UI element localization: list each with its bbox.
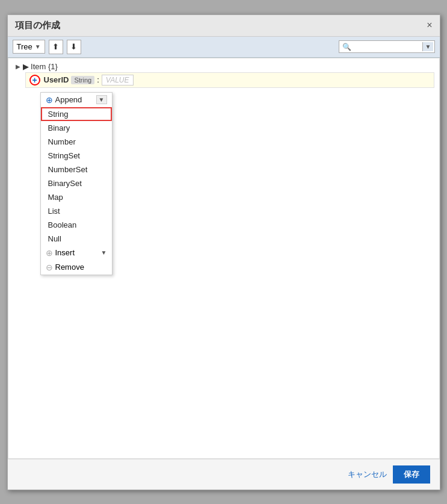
content-area: ▶ ▶ Item {1} + UserID String : VALUE ⊕ A… [8, 58, 440, 459]
append-plus-icon: ⊕ [46, 95, 53, 105]
tree-dropdown[interactable]: Tree ▼ [13, 40, 45, 54]
insert-label: Insert [55, 248, 75, 257]
search-input[interactable] [354, 43, 420, 51]
field-type-badge: String [71, 76, 94, 84]
type-binaryset-item[interactable]: BinarySet [41, 176, 112, 190]
insert-arrow-icon[interactable]: ▼ [101, 249, 107, 256]
search-icon: 🔍 [342, 43, 351, 51]
remove-row[interactable]: ⊖ Remove [41, 260, 112, 275]
remove-icon: ⊖ [46, 263, 53, 272]
append-label: Append [55, 95, 82, 104]
append-row[interactable]: ⊕ Append ▼ [41, 93, 112, 107]
search-options-button[interactable]: ▼ [422, 42, 434, 51]
toolbar: Tree ▼ ⬆ ⬇ 🔍 ▼ [8, 37, 440, 58]
up-arrow-icon: ⬆ [52, 42, 59, 51]
insert-icon: ⊕ [46, 248, 53, 258]
type-list-item[interactable]: List [41, 204, 112, 218]
move-up-button[interactable]: ⬆ [49, 40, 63, 54]
insert-row[interactable]: ⊕ Insert ▼ [41, 246, 112, 260]
type-map-item[interactable]: Map [41, 190, 112, 204]
append-arrow-icon[interactable]: ▼ [96, 95, 107, 104]
tree-dropdown-arrow: ▼ [35, 43, 41, 50]
create-item-dialog: 項目の作成 × Tree ▼ ⬆ ⬇ 🔍 ▼ ▶ ▶ Item {1} [7, 14, 440, 490]
add-field-button[interactable]: + [29, 75, 40, 86]
field-name-label: UserID [44, 75, 69, 84]
dialog-titlebar: 項目の作成 × [8, 15, 440, 37]
remove-label: Remove [55, 263, 84, 272]
dialog-footer: キャンセル 保存 [8, 459, 440, 490]
close-button[interactable]: × [427, 20, 432, 30]
tree-area: ▶ ▶ Item {1} + UserID String : VALUE ⊕ A… [8, 58, 439, 90]
item-header-label: ▶ Item {1} [23, 62, 58, 71]
search-box: 🔍 ▼ [339, 40, 435, 53]
type-numberset-item[interactable]: NumberSet [41, 163, 112, 176]
dialog-title: 項目の作成 [15, 20, 60, 31]
cancel-button[interactable]: キャンセル [348, 469, 387, 480]
tree-item-header: ▶ ▶ Item {1} [13, 61, 434, 72]
down-arrow-icon: ⬇ [70, 42, 77, 51]
tree-arrow-icon: ▶ [16, 63, 20, 70]
type-number-item[interactable]: Number [41, 135, 112, 149]
type-stringset-item[interactable]: StringSet [41, 149, 112, 163]
tree-field-row: + UserID String : VALUE ⊕ Append ▼ Strin… [25, 72, 434, 88]
type-boolean-item[interactable]: Boolean [41, 218, 112, 232]
type-null-item[interactable]: Null [41, 232, 112, 246]
colon-separator: : [97, 75, 99, 84]
type-dropdown-menu: ⊕ Append ▼ String Binary Number [40, 92, 113, 275]
type-binary-item[interactable]: Binary [41, 121, 112, 135]
type-string-item[interactable]: String [41, 107, 112, 121]
move-down-button[interactable]: ⬇ [67, 40, 81, 54]
save-button[interactable]: 保存 [393, 465, 430, 484]
field-value-input[interactable]: VALUE [102, 75, 134, 86]
tree-label: Tree [17, 42, 32, 51]
